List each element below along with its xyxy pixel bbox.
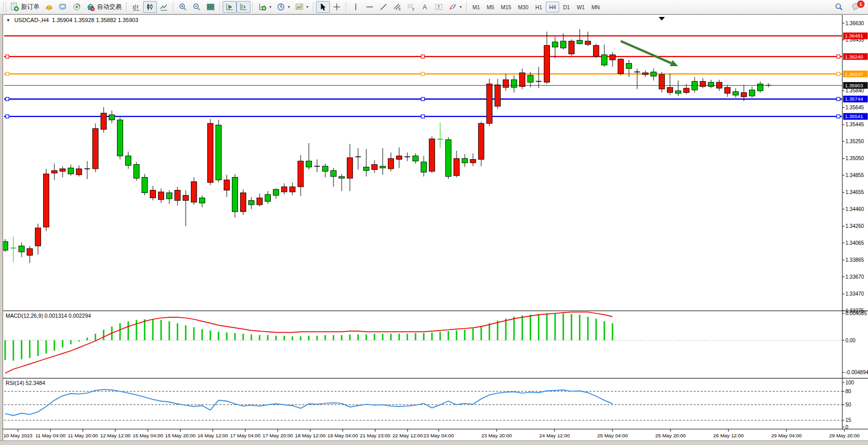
toolbar-separator — [346, 2, 347, 12]
channel-letter: E — [399, 7, 401, 11]
timeframe-button-M15[interactable]: M15 — [498, 2, 514, 12]
cursor-button[interactable] — [316, 1, 330, 13]
line-chart-button[interactable] — [157, 1, 171, 13]
market-watch-button[interactable] — [42, 1, 56, 13]
text-letter: A — [423, 4, 427, 11]
collapse-ohlc-icon[interactable]: ▼ — [6, 18, 10, 23]
candle — [44, 169, 49, 231]
autoscroll-icon — [225, 3, 234, 11]
templates-button[interactable]: ▾ — [292, 1, 311, 13]
text-label-button[interactable]: T — [432, 1, 446, 13]
new-order-button[interactable]: 新订单 — [8, 1, 42, 13]
navigator-button[interactable] — [70, 1, 84, 13]
navigator-icon — [72, 3, 81, 11]
toolbar-separator — [173, 2, 174, 12]
autotrading-button[interactable]: 自动交易 — [84, 1, 124, 13]
toolbar-separator — [220, 2, 221, 12]
timeframe-button-M5[interactable]: M5 — [484, 2, 498, 12]
candle — [594, 44, 599, 58]
timeframe-button-H1[interactable]: H1 — [532, 2, 545, 12]
candlestick-chart-icon — [146, 3, 154, 11]
line-anchor-handle[interactable] — [6, 115, 9, 118]
data-window-icon — [58, 3, 67, 11]
tile-windows-button[interactable] — [204, 1, 218, 13]
price-axis-scale-area[interactable] — [842, 14, 868, 429]
text-label-icon: T — [435, 3, 443, 11]
line-anchor-handle[interactable] — [837, 55, 840, 58]
new-order-label: 新订单 — [21, 3, 40, 11]
arrows-button[interactable]: ▾ — [446, 1, 464, 13]
line-anchor-handle[interactable] — [837, 115, 840, 118]
zoom-in-button[interactable] — [176, 1, 190, 13]
new-order-icon — [10, 3, 19, 11]
periods-button[interactable]: ▾ — [274, 1, 292, 13]
fibonacci-button[interactable]: F — [404, 1, 418, 13]
candle — [429, 136, 435, 173]
chart-shift-icon — [239, 3, 248, 11]
line-anchor-handle[interactable] — [837, 72, 840, 75]
line-anchor-handle[interactable] — [421, 55, 424, 58]
fibonacci-letter: F — [412, 8, 415, 11]
toolbar-separator — [466, 2, 467, 12]
candle — [446, 137, 451, 179]
timeframe-button-MN[interactable]: MN — [588, 2, 603, 12]
timeframe-button-W1[interactable]: W1 — [574, 2, 588, 12]
timeframe-button-M1[interactable]: M1 — [469, 2, 483, 12]
line-anchor-handle[interactable] — [421, 115, 424, 118]
crosshair-button[interactable] — [330, 1, 344, 13]
tile-windows-icon — [206, 3, 215, 11]
candle — [569, 40, 575, 56]
chart-background — [3, 14, 868, 441]
candle — [216, 120, 222, 183]
mt4-window: 新订单 — [0, 0, 868, 445]
line-anchor-handle[interactable] — [421, 98, 424, 101]
line-anchor-handle[interactable] — [6, 98, 9, 101]
templates-icon — [295, 3, 304, 11]
data-window-button[interactable] — [56, 1, 70, 13]
candlestick-chart-button[interactable] — [143, 1, 157, 13]
text-button[interactable]: A — [418, 1, 432, 13]
trendline-button[interactable] — [377, 1, 390, 13]
indicators-button[interactable]: ▾ — [255, 1, 274, 13]
bar-chart-button[interactable] — [129, 1, 143, 13]
candle — [487, 79, 492, 126]
periods-icon — [277, 3, 285, 11]
chart-canvas[interactable]: MACD(12,26,9) 0.001314 0.002294RSI(14) 5… — [0, 0, 868, 445]
notifications-button[interactable]: 1 — [849, 1, 864, 13]
timeframe-button-H4[interactable]: H4 — [546, 2, 559, 12]
trendline-icon — [379, 3, 388, 11]
macd-label: MACD(12,26,9) 0.001314 0.002294 — [6, 313, 91, 319]
zoom-out-button[interactable] — [190, 1, 204, 13]
cursor-icon — [319, 3, 327, 11]
timeframe-button-M30[interactable]: M30 — [515, 2, 531, 12]
text-icon: A — [421, 3, 429, 11]
line-anchor-handle[interactable] — [6, 72, 9, 75]
chart-ohlc-values: 1.35904 1.35928 1.35882 1.35903 — [52, 17, 138, 23]
autoscroll-button[interactable] — [223, 1, 236, 13]
line-anchor-handle[interactable] — [837, 98, 840, 101]
search-icon — [835, 3, 843, 11]
line-chart-icon — [160, 3, 168, 11]
search-button[interactable] — [832, 1, 846, 13]
toolbar-separator — [126, 2, 127, 12]
timeframe-group: M1M5M15M30H1H4D1W1MN — [469, 2, 603, 12]
timeframe-button-D1[interactable]: D1 — [560, 2, 573, 12]
candle — [93, 123, 98, 172]
candle — [134, 162, 140, 181]
vertical-line-icon — [351, 3, 360, 11]
time-axis-scale-area[interactable] — [0, 429, 868, 440]
toolbar-separator — [252, 2, 253, 12]
bar-chart-icon — [132, 3, 141, 11]
horizontal-line-icon — [365, 3, 374, 11]
vertical-line-button[interactable] — [349, 1, 363, 13]
dropdown-caret-icon: ▾ — [460, 5, 462, 9]
dropdown-caret-icon: ▾ — [288, 5, 290, 9]
equidistant-channel-button[interactable]: E — [390, 1, 404, 13]
dropdown-caret-icon: ▾ — [306, 5, 308, 9]
chart-shift-button[interactable] — [236, 1, 250, 13]
line-anchor-handle[interactable] — [6, 55, 9, 58]
line-anchor-handle[interactable] — [421, 72, 424, 75]
notification-badge: 1 — [857, 1, 864, 8]
horizontal-line-button[interactable] — [363, 1, 377, 13]
market-watch-icon — [45, 3, 53, 11]
